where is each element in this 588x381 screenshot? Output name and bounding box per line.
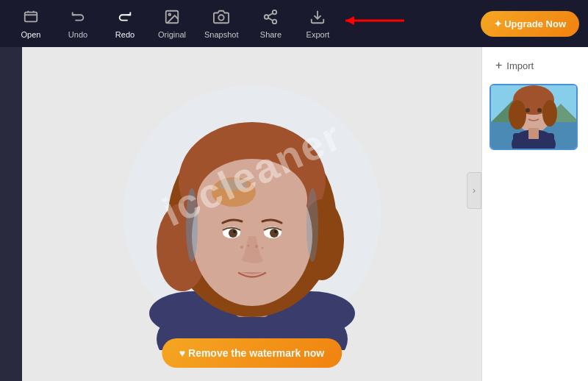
open-label: Open bbox=[21, 30, 41, 39]
svg-point-52 bbox=[537, 108, 542, 113]
svg-point-35 bbox=[186, 188, 198, 262]
svg-line-8 bbox=[268, 13, 273, 15]
toolbar-item-redo[interactable]: Redo bbox=[103, 4, 147, 43]
svg-point-37 bbox=[219, 179, 248, 190]
snapshot-label: Snapshot bbox=[204, 30, 238, 39]
redo-icon bbox=[117, 9, 133, 29]
svg-rect-50 bbox=[528, 128, 539, 139]
svg-point-27 bbox=[229, 229, 237, 238]
share-icon bbox=[262, 9, 279, 29]
share-label: Share bbox=[260, 30, 282, 39]
svg-point-34 bbox=[261, 247, 263, 249]
svg-point-2 bbox=[168, 13, 171, 15]
toolbar: Open Undo Redo bbox=[0, 0, 588, 47]
person-image: iccleaner bbox=[112, 78, 392, 350]
toolbar-item-undo[interactable]: Undo bbox=[56, 4, 100, 43]
redo-label: Redo bbox=[115, 30, 135, 39]
undo-label: Undo bbox=[68, 30, 87, 39]
svg-point-29 bbox=[233, 230, 236, 233]
toolbar-item-export[interactable]: Export bbox=[295, 4, 340, 43]
svg-line-7 bbox=[268, 18, 273, 21]
remove-watermark-button[interactable]: ♥ Remove the watermark now bbox=[162, 338, 342, 368]
plus-icon: + bbox=[495, 59, 502, 72]
svg-point-28 bbox=[270, 229, 279, 238]
import-button[interactable]: + Import bbox=[490, 54, 581, 76]
toolbar-item-open[interactable]: Open bbox=[9, 4, 53, 43]
svg-point-31 bbox=[240, 246, 243, 249]
image-thumbnail[interactable] bbox=[490, 84, 578, 150]
svg-point-4 bbox=[273, 10, 277, 14]
svg-point-5 bbox=[265, 15, 269, 19]
svg-point-46 bbox=[509, 100, 526, 129]
svg-point-6 bbox=[273, 19, 277, 23]
open-icon bbox=[23, 9, 39, 29]
svg-point-33 bbox=[255, 245, 258, 248]
svg-point-3 bbox=[219, 15, 224, 20]
undo-icon bbox=[70, 9, 86, 29]
left-sidebar bbox=[0, 47, 22, 381]
svg-point-30 bbox=[274, 230, 277, 233]
original-icon bbox=[164, 9, 180, 29]
canvas-area: iccleaner ♥ Remove the watermark now bbox=[22, 47, 481, 381]
svg-point-47 bbox=[542, 100, 557, 127]
chevron-right-icon: › bbox=[473, 185, 476, 196]
right-panel: + Import bbox=[481, 47, 588, 381]
toolbar-items: Open Undo Redo bbox=[9, 4, 481, 43]
export-label: Export bbox=[306, 30, 330, 39]
upgrade-button[interactable]: ✦ Upgrade Now bbox=[481, 11, 579, 37]
toolbar-item-share[interactable]: Share bbox=[248, 4, 293, 43]
toolbar-item-original[interactable]: Original bbox=[150, 4, 194, 43]
import-label: Import bbox=[506, 60, 534, 71]
svg-point-36 bbox=[306, 188, 318, 262]
svg-rect-0 bbox=[25, 12, 37, 21]
svg-point-51 bbox=[526, 108, 530, 113]
snapshot-icon bbox=[213, 9, 229, 29]
original-label: Original bbox=[158, 30, 186, 39]
svg-point-32 bbox=[247, 245, 249, 247]
export-icon bbox=[309, 9, 326, 29]
collapse-panel-button[interactable]: › bbox=[467, 172, 481, 209]
main-area: iccleaner ♥ Remove the watermark now › +… bbox=[0, 47, 588, 381]
toolbar-item-snapshot[interactable]: Snapshot bbox=[197, 4, 245, 43]
